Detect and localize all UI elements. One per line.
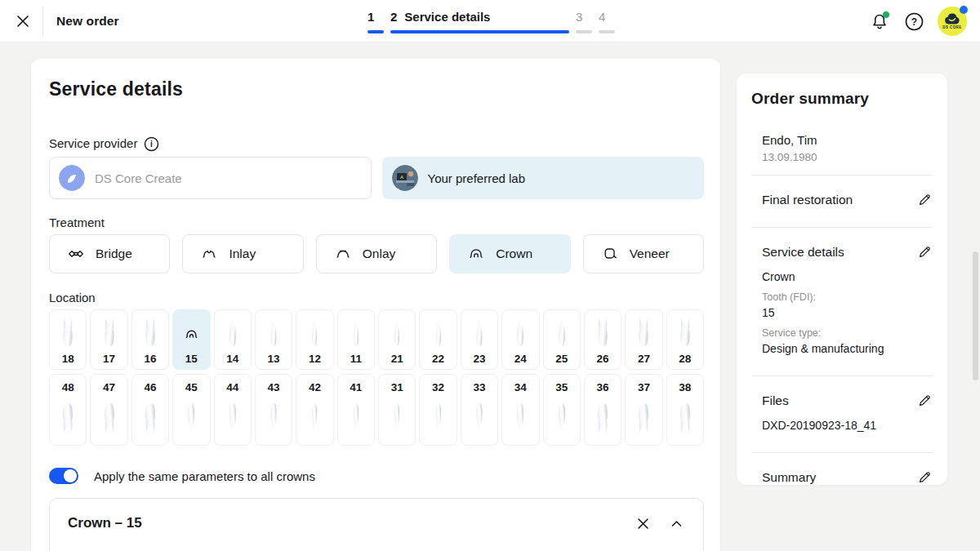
tooth-21[interactable]: 21	[378, 309, 416, 370]
tooth-47[interactable]: 47	[90, 374, 127, 446]
summary-section-files: FilesDXD-20190923-18_41	[751, 387, 933, 441]
pencil-icon	[917, 244, 933, 260]
treatment-onlay-button[interactable]: Onlay	[316, 234, 437, 273]
tooth-13[interactable]: 13	[255, 309, 292, 370]
tooth-16[interactable]: 16	[131, 309, 169, 370]
step-4[interactable]: 4	[599, 8, 615, 33]
ds-core-cloud-icon	[944, 13, 960, 24]
tooth-41[interactable]: 41	[337, 374, 375, 446]
treatment-bridge-button[interactable]: Bridge	[49, 234, 170, 273]
tooth-42[interactable]: 42	[296, 374, 333, 446]
tooth-32[interactable]: 32	[419, 374, 457, 446]
summary-item: Tooth (FDI):	[762, 291, 933, 304]
tooth-34[interactable]: 34	[501, 374, 539, 446]
tooth-18[interactable]: 18	[49, 309, 87, 370]
tooth-graphic	[58, 316, 78, 350]
tooth-33[interactable]: 33	[461, 374, 498, 446]
tooth-graphic	[552, 397, 572, 438]
tooth-27[interactable]: 27	[625, 309, 662, 370]
tooth-38[interactable]: 38	[666, 374, 704, 446]
scrollbar-thumb[interactable]	[973, 251, 978, 380]
tooth-graphic	[470, 316, 489, 350]
summary-section-service-details: Service detailsCrownTooth (FDI):15Servic…	[751, 238, 933, 364]
tooth-48[interactable]: 48	[49, 374, 87, 446]
provider-option-your-preferred-lab[interactable]: AYour preferred lab	[382, 157, 705, 199]
tooth-graphic	[264, 397, 283, 438]
tooth-23[interactable]: 23	[461, 309, 498, 370]
tooth-graphic	[510, 316, 530, 350]
tooth-28[interactable]: 28	[666, 309, 704, 370]
tooth-36[interactable]: 36	[584, 374, 621, 446]
remove-crown-button[interactable]	[636, 517, 650, 531]
edit-files-button[interactable]	[917, 393, 933, 408]
user-avatar[interactable]: DS CORE	[938, 7, 967, 36]
summary-item: Crown	[762, 270, 933, 284]
tooth-31[interactable]: 31	[378, 374, 416, 446]
summary-item: DXD-20190923-18_41	[762, 419, 933, 433]
summary-section-final-restoration: Final restoration	[751, 186, 933, 216]
tooth-graphic	[58, 397, 78, 438]
tooth-graphic	[223, 316, 243, 350]
collapse-crown-button[interactable]	[670, 517, 684, 531]
apply-parameters-toggle[interactable]	[49, 468, 78, 484]
divider	[751, 175, 933, 176]
tooth-graphic	[634, 397, 653, 438]
treatment-crown-button[interactable]: Crown	[449, 234, 570, 273]
tooth-graphic	[593, 397, 612, 438]
tooth-25[interactable]: 25	[543, 309, 581, 370]
tooth-26[interactable]: 26	[584, 309, 621, 370]
toggle-label: Apply the same parameters to all crowns	[94, 469, 315, 483]
tooth-graphic	[346, 397, 366, 438]
divider	[42, 7, 43, 36]
service-provider-options: DS Core CreateAYour preferred lab	[49, 157, 704, 199]
crown-icon	[183, 316, 200, 353]
treatment-veneer-button[interactable]: Veneer	[583, 234, 704, 273]
tooth-37[interactable]: 37	[625, 374, 662, 446]
tooth-45[interactable]: 45	[172, 374, 210, 446]
step-3[interactable]: 3	[576, 8, 592, 33]
tooth-graphic	[552, 316, 572, 350]
tooth-graphic	[593, 316, 612, 350]
veneer-icon	[601, 245, 619, 263]
summary-item: 15	[762, 306, 933, 320]
step-2[interactable]: 2Service details	[390, 8, 569, 33]
help-button[interactable]: ?	[903, 11, 924, 32]
divider	[751, 375, 933, 376]
crown-icon	[467, 245, 485, 263]
notifications-button[interactable]	[869, 11, 890, 32]
tooth-44[interactable]: 44	[214, 374, 252, 446]
tooth-graphic	[429, 316, 448, 350]
step-progress-bar	[390, 30, 569, 33]
tooth-12[interactable]: 12	[296, 309, 333, 370]
tooth-46[interactable]: 46	[131, 374, 169, 446]
tooth-35[interactable]: 35	[543, 374, 581, 446]
edit-service-details-button[interactable]	[917, 244, 933, 260]
svg-text:i: i	[151, 140, 154, 149]
tooth-15[interactable]: 15	[172, 309, 210, 370]
tooth-11[interactable]: 11	[337, 309, 375, 370]
step-1[interactable]: 1	[368, 8, 384, 33]
toggle-knob	[64, 469, 77, 482]
crown-15-panel: Crown – 15	[49, 498, 704, 551]
patient-info: Endo, Tim 13.09.1980	[751, 132, 933, 163]
tooth-graphic	[305, 397, 324, 438]
teeth-row-upper: 18171615141312112122232425262728	[49, 309, 704, 370]
step-progress-bar	[599, 30, 615, 33]
tooth-graphic	[510, 397, 530, 438]
svg-text:?: ?	[911, 16, 916, 28]
treatment-inlay-button[interactable]: Inlay	[182, 234, 303, 273]
tooth-22[interactable]: 22	[419, 309, 457, 370]
close-order-button[interactable]	[15, 13, 31, 29]
info-icon[interactable]: i	[144, 136, 159, 152]
tooth-43[interactable]: 43	[255, 374, 292, 446]
tooth-24[interactable]: 24	[501, 309, 539, 370]
tooth-graphic	[223, 397, 243, 438]
tooth-17[interactable]: 17	[90, 309, 127, 370]
edit-final-restoration-button[interactable]	[917, 192, 933, 207]
provider-option-ds-core-create[interactable]: DS Core Create	[49, 157, 372, 199]
order-summary-panel: Order summary Endo, Tim 13.09.1980 Final…	[737, 73, 947, 485]
edit-summary-button[interactable]	[917, 469, 933, 485]
panel-heading: Service details	[49, 78, 704, 100]
tooth-14[interactable]: 14	[214, 309, 252, 370]
stepper: 12Service details34	[368, 8, 615, 33]
